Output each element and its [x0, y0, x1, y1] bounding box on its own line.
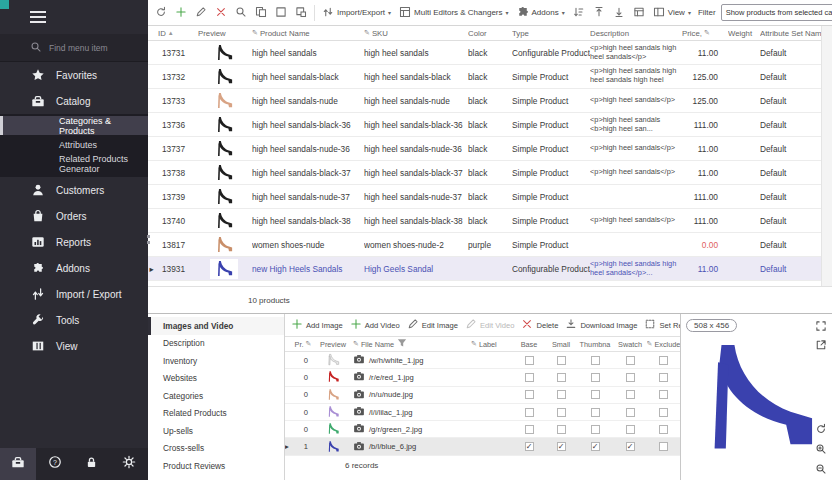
- column-header-id[interactable]: ID▲: [158, 29, 198, 38]
- thumbnail-checkbox[interactable]: [591, 356, 600, 365]
- fullscreen-icon[interactable]: [814, 319, 828, 333]
- base-checkbox[interactable]: [525, 390, 534, 399]
- filter-select[interactable]: Show products from selected categories▾: [721, 4, 832, 21]
- small-checkbox[interactable]: [557, 425, 566, 434]
- table-row[interactable]: 13732 high heel sandals-black high heel …: [148, 65, 832, 89]
- sidebar-item-customers[interactable]: Customers: [0, 177, 148, 203]
- tab-related-products[interactable]: Related Products: [148, 405, 284, 423]
- column-header-preview[interactable]: Preview: [198, 29, 252, 38]
- base-checkbox[interactable]: [525, 408, 534, 417]
- base-checkbox[interactable]: [525, 425, 534, 434]
- tab-product-reviews[interactable]: Product Reviews: [148, 457, 284, 475]
- table-row[interactable]: 13733 high heel sandals-nude high heel s…: [148, 89, 832, 113]
- tab-websites[interactable]: Websites: [148, 370, 284, 388]
- column-header-base[interactable]: Base: [513, 340, 545, 349]
- sidebar-item-tools[interactable]: Tools: [0, 307, 148, 333]
- sidebar-item-addons[interactable]: Addons: [0, 255, 148, 281]
- column-header-sku[interactable]: ✎SKU: [364, 29, 468, 38]
- sidebar-item-catalog[interactable]: Catalog: [0, 88, 148, 114]
- column-header-weight[interactable]: Weight: [728, 29, 760, 38]
- tab-up-sells[interactable]: Up-sells: [148, 422, 284, 440]
- products-grid-scrollbar[interactable]: [821, 26, 832, 286]
- table-row[interactable]: 13739 high heel sandals-nude-37 high hee…: [148, 185, 832, 209]
- delete-button[interactable]: [212, 4, 230, 22]
- download-image-button[interactable]: Download Image: [562, 316, 640, 334]
- delete-button[interactable]: Delete: [518, 316, 561, 334]
- swatch-checkbox[interactable]: [626, 425, 635, 434]
- swatch-checkbox[interactable]: [626, 356, 635, 365]
- exclude-checkbox[interactable]: [659, 442, 668, 451]
- thumbnail-checkbox[interactable]: [591, 425, 600, 434]
- sidebar-item-categories-products[interactable]: Categories & Products: [0, 116, 148, 135]
- exclude-checkbox[interactable]: [659, 356, 668, 365]
- sidebar-item-related-products-generator[interactable]: Related Products Generator: [0, 154, 148, 173]
- hamburger-menu-button[interactable]: [0, 0, 148, 34]
- tab-cross-sells[interactable]: Cross-sells: [148, 440, 284, 458]
- refresh-button[interactable]: [152, 4, 170, 22]
- thumbnail-checkbox[interactable]: [591, 408, 600, 417]
- add-image-button[interactable]: Add Image: [288, 316, 346, 334]
- checkbox-button[interactable]: [272, 4, 290, 22]
- exclude-checkbox[interactable]: [659, 425, 668, 434]
- tab-description[interactable]: Description: [148, 335, 284, 353]
- small-checkbox[interactable]: [557, 373, 566, 382]
- column-header-file-name[interactable]: ✎File Name: [353, 337, 471, 351]
- column-header-product-name[interactable]: ✎Product Name: [252, 29, 364, 38]
- column-header-image-preview[interactable]: Preview: [313, 340, 353, 349]
- thumbnail-checkbox[interactable]: ✓: [591, 442, 600, 451]
- sort-az-button[interactable]: [570, 4, 588, 22]
- add-video-button[interactable]: Add Video: [347, 316, 403, 334]
- set-resize-rule-button[interactable]: Set Resize Rule: [641, 316, 680, 334]
- column-header-priority[interactable]: Pr.✎: [293, 340, 313, 349]
- table-row[interactable]: 13736 high heel sandals-black-36 high he…: [148, 113, 832, 137]
- column-header-exclude[interactable]: ✎Exclude: [647, 340, 680, 349]
- swatch-checkbox[interactable]: [626, 408, 635, 417]
- tab-categories[interactable]: Categories: [148, 387, 284, 405]
- edit-image-button[interactable]: Edit Image: [404, 316, 461, 334]
- table-row[interactable]: 13738 high heel sandals-black-37 high he…: [148, 161, 832, 185]
- tab-inventory[interactable]: Inventory: [148, 352, 284, 370]
- swatch-checkbox[interactable]: ✓: [626, 442, 635, 451]
- lock-icon[interactable]: [85, 455, 98, 473]
- sidebar-item-favorites[interactable]: Favorites: [0, 62, 148, 88]
- column-header-swatch[interactable]: Swatch: [613, 340, 647, 349]
- small-checkbox[interactable]: [557, 390, 566, 399]
- table-row[interactable]: 13737 high heel sandals-nude-36 high hee…: [148, 137, 832, 161]
- table-row[interactable]: 13731 high heel sandals high heel sandal…: [148, 41, 832, 65]
- image-row[interactable]: 0 /n/u/nude.jpg: [285, 387, 680, 404]
- swatch-checkbox[interactable]: [626, 373, 635, 382]
- image-row[interactable]: 0 /l/i/lilac_1.jpg: [285, 404, 680, 421]
- addons-menu-button[interactable]: Addons▾: [514, 4, 568, 22]
- view-menu-button[interactable]: View▾: [650, 4, 694, 22]
- thumbnail-checkbox[interactable]: [591, 390, 600, 399]
- tab-images-and-video[interactable]: Images and Video: [148, 317, 284, 335]
- small-checkbox[interactable]: ✓: [557, 442, 566, 451]
- copy-settings-button[interactable]: [292, 4, 310, 22]
- multi-editors-menu-button[interactable]: Multi Editors & Changers▾: [396, 4, 512, 22]
- edit-button[interactable]: [192, 4, 210, 22]
- move-down-button[interactable]: [610, 4, 628, 22]
- exclude-checkbox[interactable]: [659, 408, 668, 417]
- image-row[interactable]: 0 /r/e/red_1.jpg: [285, 369, 680, 386]
- copy-button[interactable]: [252, 4, 270, 22]
- thumbnail-checkbox[interactable]: [591, 373, 600, 382]
- sidebar-search-input[interactable]: Find menu item: [0, 34, 148, 62]
- sidebar-item-import-export[interactable]: Import / Export: [0, 281, 148, 307]
- column-header-thumbnail[interactable]: Thumbna: [577, 340, 613, 349]
- gear-icon[interactable]: [122, 455, 136, 473]
- sidebar-bottom-archive-button[interactable]: [0, 448, 36, 480]
- column-header-small[interactable]: Small: [545, 340, 577, 349]
- column-header-price[interactable]: Price,✎: [682, 29, 728, 38]
- sidebar-item-view[interactable]: View: [0, 333, 148, 359]
- table-row[interactable]: ▸ 13931 new High Heels Sandals High Geel…: [148, 257, 832, 281]
- column-header-label[interactable]: ✎Label: [471, 340, 513, 349]
- base-checkbox[interactable]: ✓: [525, 442, 534, 451]
- table-row[interactable]: 13740 high heel sandals-black-38 high he…: [148, 209, 832, 233]
- add-button[interactable]: [172, 4, 190, 22]
- column-header-type[interactable]: Type: [512, 29, 590, 38]
- image-row[interactable]: 0 /g/r/green_2.jpg: [285, 421, 680, 438]
- column-header-color[interactable]: Color: [468, 29, 512, 38]
- swatch-checkbox[interactable]: [626, 390, 635, 399]
- exclude-checkbox[interactable]: [659, 373, 668, 382]
- column-header-description[interactable]: Description: [590, 29, 682, 38]
